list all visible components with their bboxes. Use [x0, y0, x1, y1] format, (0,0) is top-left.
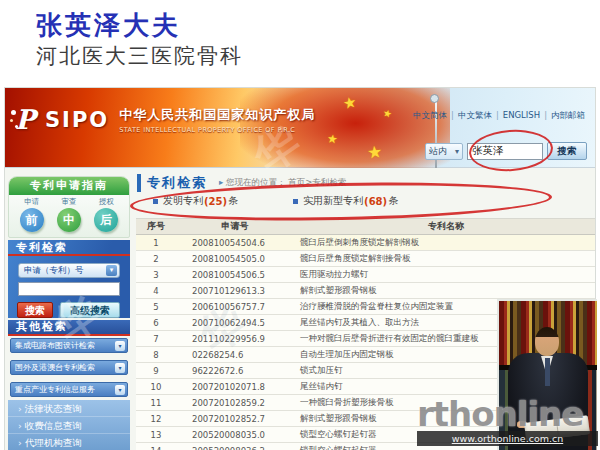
row-number: 2 — [136, 254, 176, 264]
patent-name: 髋臼后壁倒刺角度锁定解剖钢板 — [294, 237, 595, 249]
application-number: 200720102852.7 — [176, 414, 294, 424]
application-number: 200610056757.7 — [176, 302, 294, 312]
row-number: 13 — [136, 430, 176, 440]
row-number: 8 — [136, 350, 176, 360]
sidebar-dropdown[interactable]: 重点产业专利信息服务 — [10, 382, 128, 397]
bullet-icon — [293, 199, 298, 204]
application-number: 200710129613.3 — [176, 286, 294, 296]
sipo-logo-icon: P — [15, 104, 39, 136]
sidebar-search-button[interactable]: 搜索 — [17, 302, 53, 318]
guide-step-circle[interactable]: 前 — [20, 208, 44, 232]
header-link[interactable]: 内部邮箱 — [551, 110, 585, 120]
sidebar-search-input[interactable] — [18, 282, 120, 296]
application-number: 200720102859.2 — [176, 398, 294, 408]
page-title: 张英泽大夫 — [36, 8, 181, 43]
header-link[interactable]: 中文繁体 — [458, 110, 492, 120]
breadcrumb[interactable]: 您现在的位置： 首页>专利检索 — [219, 177, 346, 189]
sipo-logo-text: SIPO — [45, 108, 109, 132]
application-number: 96222672.6 — [176, 366, 294, 376]
application-number: 200520008036.2 — [176, 446, 294, 450]
chevron-down-icon — [115, 385, 125, 395]
patent-guide-steps: 申请前审查中授权后 — [9, 195, 129, 232]
doctor-face — [535, 327, 559, 356]
row-number: 3 — [136, 270, 176, 280]
presentation-slide: 张英泽大夫 河北医大三医院骨科 P SIPO 中华人民共和国国家知识产权局 ST… — [0, 0, 600, 450]
application-number: 200810054505.0 — [176, 254, 294, 264]
patent-count-tab[interactable]: 发明专利(25)条 — [153, 194, 238, 208]
patent-guide-panel: 专利申请指南 申请前审查中授权后 — [8, 176, 130, 238]
sipo-logo: P SIPO 中华人民共和国国家知识产权局 STATE INTELLECTUAL… — [15, 104, 315, 136]
sidebar-link[interactable]: 代理机构查询 — [8, 434, 130, 450]
guide-step-circle[interactable]: 后 — [94, 208, 118, 232]
application-number: 200710062494.5 — [176, 318, 294, 328]
header-search-input[interactable] — [467, 143, 543, 160]
count-label: 实用新型专利 — [303, 194, 363, 208]
chevron-down-icon — [106, 265, 117, 276]
header-language-links: 中文简体|中文繁体|ENGLISH|内部邮箱 — [413, 110, 585, 122]
guide-step-label: 申请 — [20, 197, 44, 207]
site-header-banner: P SIPO 中华人民共和国国家知识产权局 STATE INTELLECTUAL… — [5, 88, 595, 168]
flag-star-icon — [366, 141, 383, 162]
table-row[interactable]: 2200810054505.0髋臼后壁角度锁定解剖接骨板 — [136, 251, 595, 267]
application-number: 200810054506.5 — [176, 270, 294, 280]
patent-name: 髋臼后壁角度锁定解剖接骨板 — [294, 253, 595, 265]
application-number: 201110229956.9 — [176, 334, 294, 344]
orthonline-watermark: rthonline — [417, 394, 583, 434]
chevron-down-icon — [115, 363, 125, 373]
chevron-down-icon — [115, 341, 125, 351]
row-number: 4 — [136, 286, 176, 296]
guide-step: 审查中 — [57, 197, 81, 232]
row-number: 9 — [136, 366, 176, 376]
sidebar-dropdown-label: 集成电路布图设计检索 — [15, 340, 95, 351]
search-scope-label: 站内 — [429, 145, 447, 158]
column-header: 专利名称 — [294, 220, 595, 233]
chevron-down-icon — [455, 147, 459, 156]
row-number: 5 — [136, 302, 176, 312]
sidebar-dropdown[interactable]: 集成电路布图设计检索 — [10, 338, 128, 353]
sidebar-link[interactable]: 收费信息查询 — [8, 417, 130, 434]
guide-step-circle[interactable]: 中 — [57, 208, 81, 232]
row-number: 11 — [136, 398, 176, 408]
other-search-title: 其他检索 — [8, 320, 130, 336]
count-label: 发明专利 — [163, 194, 203, 208]
application-number: 02268254.6 — [176, 350, 294, 360]
sidebar-dropdown[interactable]: 国外及港澳台专利检索 — [10, 360, 128, 375]
table-row[interactable]: 3200810054506.5医用驱动拉力螺钉 — [136, 267, 595, 283]
column-header: 申请号 — [176, 220, 294, 233]
result-counts-row: 发明专利(25)条实用新型专利(68)条 — [153, 194, 398, 208]
header-search-button[interactable]: 搜索 — [547, 142, 587, 160]
header-link[interactable]: 中文简体 — [413, 110, 447, 120]
row-number: 14 — [136, 446, 176, 450]
sidebar-link[interactable]: 法律状态查询 — [8, 400, 130, 417]
link-separator: | — [451, 110, 454, 120]
count-unit: 条 — [228, 194, 238, 208]
search-field-label: 申请（专利）号 — [24, 265, 84, 277]
count-unit: 条 — [388, 194, 398, 208]
sidebar-search-panel: 专利检索 申请（专利）号 搜索 高级搜索 — [8, 240, 130, 318]
bullet-icon — [153, 199, 158, 204]
doctor-tie — [545, 358, 550, 386]
link-separator: | — [544, 110, 547, 120]
row-number: 6 — [136, 318, 176, 328]
org-name-en: STATE INTELLECTUAL PROPERTY OFFICE OF P.… — [119, 126, 315, 134]
table-row[interactable]: 4200710129613.3解剖式塑形跟骨钢板 — [136, 283, 595, 299]
patent-guide-title: 专利申请指南 — [9, 177, 129, 195]
application-number: 200520008035.0 — [176, 430, 294, 440]
sidebar-dropdown-label: 重点产业专利信息服务 — [15, 384, 95, 395]
advanced-search-button[interactable]: 高级搜索 — [60, 302, 120, 318]
column-header: 序号 — [136, 220, 176, 233]
org-name-block: 中华人民共和国国家知识产权局 STATE INTELLECTUAL PROPER… — [119, 106, 315, 134]
other-search-dropdowns: 集成电路布图设计检索国外及港澳台专利检索重点产业专利信息服务 — [8, 338, 130, 404]
flag-star-icon — [326, 131, 339, 146]
table-header-row: 序号申请号专利名称 — [136, 218, 595, 235]
search-scope-select[interactable]: 站内 — [425, 143, 463, 160]
table-row[interactable]: 1200810054504.6髋臼后壁倒刺角度锁定解剖钢板 — [136, 235, 595, 251]
page-subtitle: 河北医大三医院骨科 — [36, 42, 243, 70]
link-separator: | — [496, 110, 499, 120]
patent-name: 解剖式塑形跟骨钢板 — [294, 285, 595, 297]
patent-count-tab[interactable]: 实用新型专利(68)条 — [293, 194, 398, 208]
search-field-select[interactable]: 申请（专利）号 — [18, 263, 120, 278]
row-number: 12 — [136, 414, 176, 424]
header-link[interactable]: ENGLISH — [503, 110, 540, 120]
row-number: 7 — [136, 334, 176, 344]
